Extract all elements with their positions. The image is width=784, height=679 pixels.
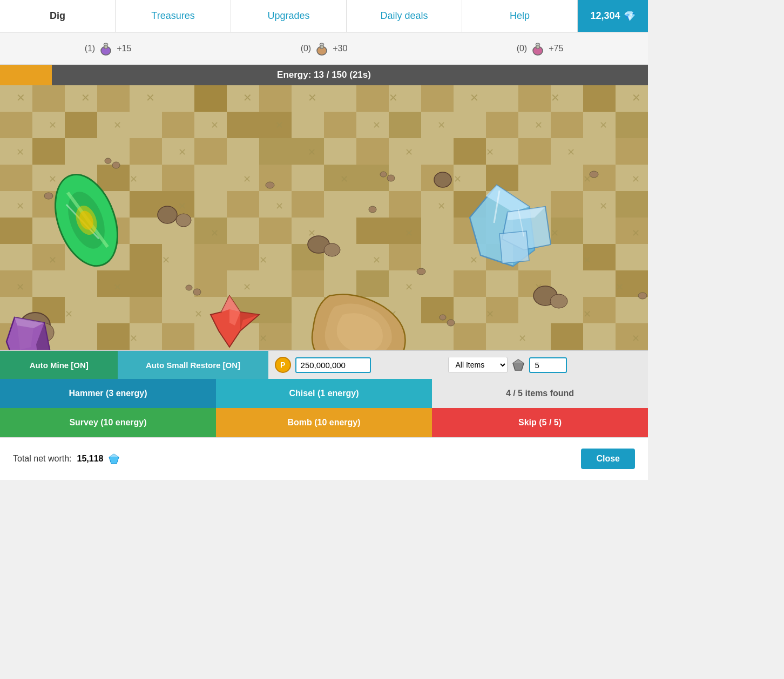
skip-button[interactable]: Skip (5 / 5) <box>432 408 648 437</box>
svg-rect-67 <box>97 270 162 297</box>
svg-point-166 <box>266 182 274 188</box>
svg-rect-83 <box>162 323 194 350</box>
potion-row: (1) +15 (0) +30 (0) +75 <box>0 32 648 65</box>
svg-point-155 <box>158 206 177 223</box>
svg-rect-47 <box>389 191 421 218</box>
svg-rect-26 <box>616 112 648 138</box>
svg-text:✕: ✕ <box>81 92 90 104</box>
svg-rect-16 <box>518 85 551 112</box>
svg-text:✕: ✕ <box>632 333 640 344</box>
svg-text:✕: ✕ <box>49 255 57 266</box>
svg-text:✕: ✕ <box>16 282 24 293</box>
svg-text:✕: ✕ <box>583 309 591 320</box>
items-found-display: 4 / 5 items found <box>432 379 648 408</box>
tab-treasures[interactable]: Treasures <box>116 0 231 32</box>
action-row-2: Survey (10 energy) Bomb (10 energy) Skip… <box>0 408 648 437</box>
potion-icon-3 <box>530 41 545 56</box>
svg-text:✕: ✕ <box>275 201 283 212</box>
svg-rect-29 <box>194 138 227 165</box>
svg-text:✕: ✕ <box>243 92 252 104</box>
svg-point-158 <box>324 243 340 256</box>
filter-section: All Items <box>442 357 648 373</box>
svg-rect-38 <box>259 165 292 191</box>
svg-text:✕: ✕ <box>437 120 445 131</box>
svg-rect-61 <box>194 244 259 270</box>
coin-icon: P <box>275 357 291 373</box>
svg-text:✕: ✕ <box>632 92 641 104</box>
svg-text:✕: ✕ <box>616 282 624 293</box>
svg-point-161 <box>550 294 567 308</box>
svg-rect-54 <box>259 218 292 244</box>
potion-icon-1 <box>98 41 113 56</box>
potion-item-1[interactable]: (1) +15 <box>0 41 216 56</box>
svg-text:✕: ✕ <box>486 309 494 320</box>
potion-item-2[interactable]: (0) +30 <box>216 41 432 56</box>
potion-item-3[interactable]: (0) +75 <box>432 41 648 56</box>
svg-text:✕: ✕ <box>632 228 640 239</box>
auto-mine-button[interactable]: Auto Mine [ON] <box>0 351 118 379</box>
svg-rect-36 <box>97 165 130 191</box>
tab-daily-deals[interactable]: Daily deals <box>347 0 462 32</box>
coins-input[interactable] <box>295 357 371 373</box>
chisel-button[interactable]: Chisel (1 energy) <box>216 379 432 408</box>
bomb-button[interactable]: Bomb (10 energy) <box>216 408 432 437</box>
dig-area[interactable]: ✕ ✕ ✕ ✕ ✕ ✕ ✕ ✕ ✕ ✕ ✕ ✕ ✕ ✕ ✕ ✕ ✕ ✕ ✕ ✕ … <box>0 85 648 350</box>
svg-text:✕: ✕ <box>389 92 398 104</box>
survey-button[interactable]: Survey (10 energy) <box>0 408 216 437</box>
svg-point-179 <box>447 320 455 326</box>
filter-select[interactable]: All Items <box>448 357 508 373</box>
svg-text:✕: ✕ <box>243 174 251 185</box>
svg-rect-15 <box>421 85 454 112</box>
tab-help[interactable]: Help <box>462 0 578 32</box>
svg-point-8 <box>536 43 540 45</box>
hammer-button[interactable]: Hammer (3 energy) <box>0 379 216 408</box>
action-row-1: Hammer (3 energy) Chisel (1 energy) 4 / … <box>0 379 648 408</box>
svg-text:✕: ✕ <box>178 147 186 158</box>
close-button[interactable]: Close <box>581 449 635 469</box>
svg-text:✕: ✕ <box>113 120 121 131</box>
tab-upgrades[interactable]: Upgrades <box>231 0 347 32</box>
tab-dig[interactable]: Dig <box>0 0 116 32</box>
svg-text:✕: ✕ <box>405 282 413 293</box>
svg-point-177 <box>193 289 201 295</box>
svg-rect-51 <box>0 218 32 244</box>
svg-text:✕: ✕ <box>373 255 381 266</box>
svg-text:✕: ✕ <box>454 174 462 185</box>
svg-rect-86 <box>454 323 486 350</box>
svg-text:✕: ✕ <box>49 174 57 185</box>
svg-rect-27 <box>32 138 65 165</box>
svg-text:✕: ✕ <box>259 255 267 266</box>
bottom-row: Total net worth: 15,118 Close <box>0 437 648 480</box>
svg-rect-18 <box>0 112 32 138</box>
svg-rect-14 <box>356 85 389 112</box>
svg-text:✕: ✕ <box>437 201 445 212</box>
svg-text:✕: ✕ <box>211 120 219 131</box>
potion-bonus-1: +15 <box>117 44 131 53</box>
svg-marker-203 <box>513 359 524 363</box>
potion-bonus-3: +75 <box>549 44 563 53</box>
svg-text:✕: ✕ <box>535 120 543 131</box>
potion-count-3: (0) <box>517 44 528 53</box>
svg-point-2 <box>104 43 108 45</box>
energy-bar: Energy: 13 / 150 (21s) <box>0 65 648 85</box>
svg-point-172 <box>105 158 111 164</box>
svg-point-171 <box>638 293 647 299</box>
filter-count-input[interactable] <box>529 357 567 373</box>
svg-text:✕: ✕ <box>470 255 478 266</box>
svg-point-168 <box>417 268 425 275</box>
svg-rect-13 <box>259 85 292 112</box>
svg-point-170 <box>590 171 598 178</box>
svg-text:✕: ✕ <box>65 309 73 320</box>
svg-text:✕: ✕ <box>599 120 607 131</box>
svg-text:✕: ✕ <box>405 147 413 158</box>
svg-point-178 <box>440 315 446 320</box>
svg-rect-19 <box>65 112 97 138</box>
svg-text:✕: ✕ <box>16 201 24 212</box>
svg-text:✕: ✕ <box>373 120 381 131</box>
svg-point-5 <box>320 43 324 45</box>
svg-rect-22 <box>324 112 356 138</box>
auto-restore-button[interactable]: Auto Small Restore [ON] <box>118 351 268 379</box>
coins-section: P <box>268 357 442 373</box>
svg-text:✕: ✕ <box>308 147 316 158</box>
svg-text:✕: ✕ <box>340 174 348 185</box>
